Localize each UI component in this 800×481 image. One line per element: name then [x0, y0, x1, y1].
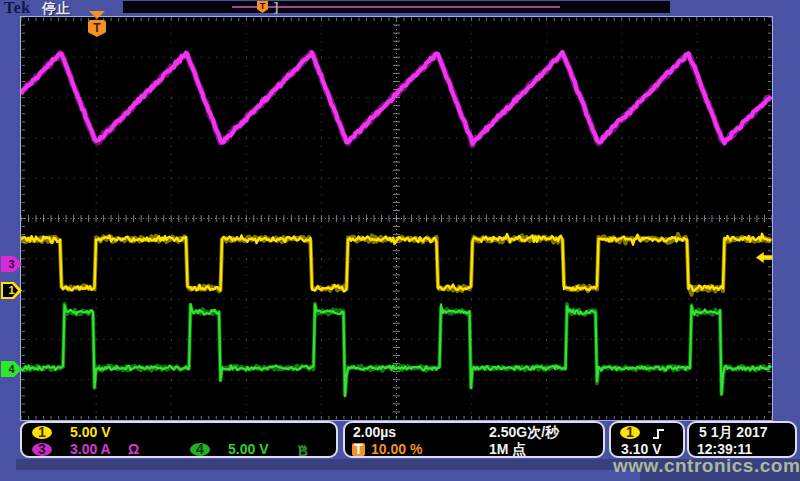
trigger-position-arrow-icon	[89, 11, 105, 19]
ch1-scale: 5.00 V	[70, 424, 110, 440]
preview-window-bracket: ]	[274, 0, 278, 14]
record-waveform-line	[232, 6, 560, 8]
ch3-marker-label: 3	[4, 256, 19, 272]
record-length: 1M 点	[489, 441, 526, 459]
ch4-marker-label: 4	[4, 361, 19, 377]
ch3-badge: 3	[32, 443, 52, 456]
top-bar: Tek 停止 T ]	[0, 0, 800, 17]
trigger-position: 10.00 %	[371, 441, 422, 457]
ch4-scale: 5.00 V	[228, 441, 268, 457]
graticule-area: T	[21, 17, 772, 420]
acquisition-status: 停止	[42, 0, 70, 18]
trigger-panel: 1 3.10 V	[609, 421, 685, 458]
ch3-coupling: Ω	[128, 441, 139, 457]
rising-edge-icon	[651, 427, 667, 441]
ch3-position-marker: 3	[1, 256, 22, 272]
datetime-panel: 5 1月 2017 12:39:11	[687, 421, 797, 458]
ch3-scale: 3.00 A	[70, 441, 111, 457]
date-readout: 5 1月 2017	[699, 424, 768, 442]
time-per-div: 2.00µs	[353, 424, 396, 440]
sample-rate: 2.50G次/秒	[489, 424, 559, 442]
watermark: www.cntronics.com	[613, 455, 800, 477]
vertical-scale-panel: 1 5.00 V 3 3.00 A Ω 4 5.00 V BW	[20, 421, 338, 458]
waveform-display	[21, 17, 772, 420]
horizontal-panel: 2.00µs 2.50G次/秒 T 10.00 % 1M 点	[343, 421, 605, 458]
trigger-t-icon: T	[352, 443, 365, 456]
brand-logo: Tek	[4, 0, 31, 17]
ch4-position-marker: 4	[1, 361, 22, 377]
ch1-marker-label: 1	[4, 282, 19, 299]
record-preview-bar: T ]	[123, 1, 670, 13]
trigger-source-badge: 1	[620, 426, 640, 439]
ch4-badge: 4	[190, 443, 210, 456]
ch1-position-marker: 1	[1, 282, 22, 299]
preview-trigger-marker-icon: T	[257, 1, 268, 13]
ch1-badge: 1	[32, 426, 52, 439]
